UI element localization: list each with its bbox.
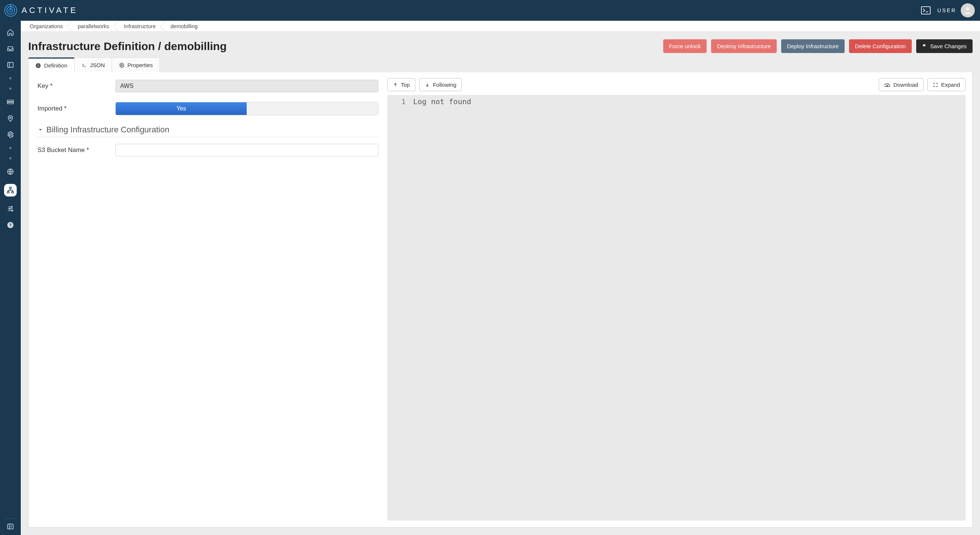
deploy-button[interactable]: Deploy Infrastructure xyxy=(781,39,845,53)
arrow-down-icon xyxy=(425,82,430,87)
key-label: Key * xyxy=(37,82,115,90)
tab-definition[interactable]: Definition xyxy=(28,57,75,72)
breadcrumb-item[interactable]: Organizations xyxy=(24,21,72,32)
log-toolbar: Top Following Download xyxy=(387,78,966,91)
rail-divider-dot xyxy=(9,147,11,149)
field-key: Key * xyxy=(37,80,379,92)
log-column: Top Following Download xyxy=(387,72,972,527)
log-top-button[interactable]: Top xyxy=(387,78,415,91)
user-avatar[interactable] xyxy=(961,3,975,17)
svg-point-26 xyxy=(121,65,123,66)
save-button[interactable]: Save Changes xyxy=(916,39,972,53)
log-expand-label: Expand xyxy=(941,82,960,88)
panel: Key * Imported * Yes xyxy=(28,72,972,527)
log-line-number: 1 xyxy=(387,97,413,106)
gear-icon xyxy=(119,62,125,68)
expand-icon xyxy=(933,82,938,87)
side-rail: ? xyxy=(0,21,21,535)
help-icon[interactable]: ? xyxy=(6,221,14,229)
destroy-button[interactable]: Destroy Infrastructure xyxy=(711,39,776,53)
form-column: Key * Imported * Yes xyxy=(29,72,387,527)
log-download-label: Download xyxy=(893,82,918,88)
terminal-icon[interactable] xyxy=(921,6,931,14)
svg-point-11 xyxy=(10,134,11,136)
imported-toggle[interactable]: Yes xyxy=(115,102,379,115)
svg-rect-15 xyxy=(11,191,13,193)
svg-rect-6 xyxy=(8,62,13,67)
log-following-button[interactable]: Following xyxy=(419,78,462,91)
breadcrumb-item[interactable]: demobilling xyxy=(165,21,207,32)
tabs: Definition JSON Properties xyxy=(21,55,980,72)
inbox-icon[interactable] xyxy=(6,44,14,52)
tab-label: Definition xyxy=(44,62,67,68)
delete-config-button[interactable]: Delete Configuration xyxy=(849,39,912,53)
prompt-icon xyxy=(81,62,87,68)
field-bucket: S3 Bucket Name * xyxy=(37,144,379,156)
section-title: Billing Infrastructure Configuration xyxy=(46,125,169,135)
tab-properties[interactable]: Properties xyxy=(111,57,160,72)
svg-rect-24 xyxy=(38,65,38,67)
page-header: Infrastructure Definition / demobilling … xyxy=(21,32,980,55)
tab-json[interactable]: JSON xyxy=(74,57,112,72)
svg-point-10 xyxy=(10,117,11,118)
rail-divider-dot xyxy=(9,87,11,90)
imported-label: Imported * xyxy=(37,105,115,112)
server-icon[interactable] xyxy=(6,98,14,106)
topbar: ACTIVATE USER xyxy=(0,0,980,21)
section-billing-config[interactable]: Billing Infrastructure Configuration xyxy=(37,125,379,137)
svg-rect-8 xyxy=(8,100,14,102)
svg-text:?: ? xyxy=(9,222,11,227)
svg-rect-13 xyxy=(10,187,11,189)
rail-divider-dot xyxy=(9,157,11,159)
key-input xyxy=(115,80,379,92)
home-icon[interactable] xyxy=(6,28,14,37)
brand-logo: ACTIVATE xyxy=(4,3,78,17)
svg-point-16 xyxy=(11,206,12,207)
rail-divider-dot xyxy=(9,77,11,79)
svg-point-17 xyxy=(9,208,10,209)
log-top-label: Top xyxy=(401,82,410,88)
breadcrumb-item[interactable]: parallelworks xyxy=(72,21,119,32)
force-unlock-button[interactable]: Force unlock xyxy=(663,39,707,53)
location-icon[interactable] xyxy=(6,114,14,122)
log-view[interactable]: 1 Log not found xyxy=(387,95,966,521)
arrow-up-icon xyxy=(393,82,398,87)
bucket-input[interactable] xyxy=(115,144,379,156)
svg-rect-14 xyxy=(8,191,9,193)
panel-icon[interactable] xyxy=(6,61,14,69)
svg-rect-9 xyxy=(8,102,14,104)
toggle-off[interactable] xyxy=(247,102,378,115)
info-icon xyxy=(35,63,41,68)
svg-point-5 xyxy=(966,7,970,10)
log-line-text: Log not found xyxy=(413,97,966,106)
brand-name: ACTIVATE xyxy=(22,6,78,15)
user-label[interactable]: USER xyxy=(937,8,956,13)
log-following-label: Following xyxy=(433,82,456,88)
breadcrumbs: Organizations parallelworks Infrastructu… xyxy=(21,21,980,32)
tab-label: JSON xyxy=(90,62,105,68)
bucket-label: S3 Bucket Name * xyxy=(37,146,115,154)
tab-label: Properties xyxy=(127,62,153,68)
svg-rect-4 xyxy=(921,7,930,14)
infrastructure-icon[interactable] xyxy=(4,184,17,197)
cloud-download-icon xyxy=(884,82,890,87)
sliders-icon[interactable] xyxy=(6,205,14,213)
collapse-rail-icon[interactable] xyxy=(6,522,14,530)
log-line: 1 Log not found xyxy=(387,97,966,106)
main: Organizations parallelworks Infrastructu… xyxy=(21,21,980,535)
globe-icon[interactable] xyxy=(6,168,14,176)
toggle-on[interactable]: Yes xyxy=(116,102,247,115)
svg-rect-25 xyxy=(38,64,38,65)
breadcrumb-item[interactable]: Infrastructure xyxy=(119,21,165,32)
brand-mark-icon xyxy=(4,3,18,17)
save-button-label: Save Changes xyxy=(930,43,967,49)
chevron-down-icon xyxy=(37,127,43,133)
gear-icon[interactable] xyxy=(6,130,14,139)
flag-icon xyxy=(922,44,928,49)
log-expand-button[interactable]: Expand xyxy=(928,78,966,91)
field-imported: Imported * Yes xyxy=(37,102,379,115)
page-title: Infrastructure Definition / demobilling xyxy=(28,40,659,52)
log-download-button[interactable]: Download xyxy=(879,78,924,91)
